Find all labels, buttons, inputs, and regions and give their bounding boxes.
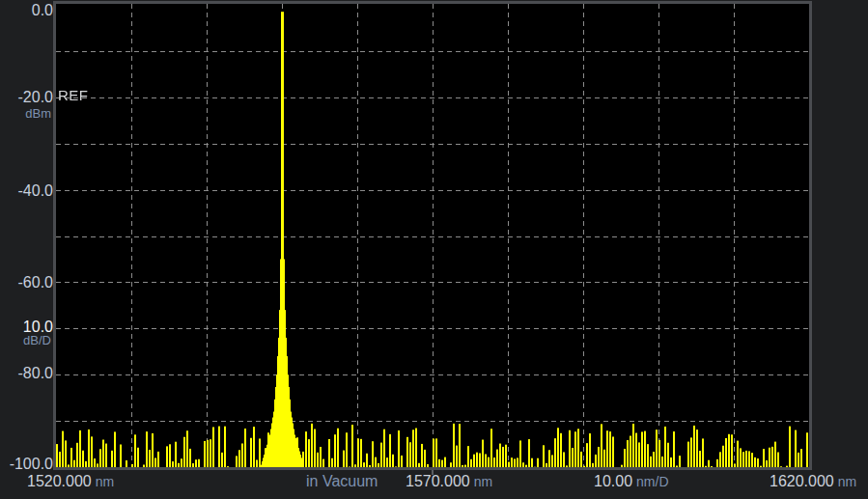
x-start-label: 1520.000nm bbox=[27, 473, 114, 490]
x-scale-unit: nm/D bbox=[636, 474, 668, 489]
x-scale-label: 10.00nm/D bbox=[594, 473, 669, 490]
osa-screen: REF 0.0 -20.0 dBm -40.0 -60.0 10.0 dB/D … bbox=[0, 0, 868, 499]
x-start-unit: nm bbox=[96, 474, 114, 489]
y-unit-dbm: dBm bbox=[0, 107, 53, 120]
x-center-value: 1570.000 bbox=[406, 473, 470, 489]
y-tick-40: -40.0 bbox=[0, 183, 53, 199]
x-stop-value: 1620.000 bbox=[770, 473, 834, 489]
y-tick-100: -100.0 bbox=[0, 457, 53, 472]
y-scale-unit: dB/D bbox=[0, 334, 53, 347]
x-medium-label: in Vacuum bbox=[306, 473, 378, 489]
x-scale-value: 10.00 bbox=[594, 473, 632, 489]
y-tick-80: -80.0 bbox=[0, 366, 53, 381]
spectrum-plot: REF bbox=[53, 1, 812, 470]
x-stop-unit: nm bbox=[838, 474, 856, 489]
x-stop-label: 1620.000nm bbox=[770, 473, 856, 490]
y-tick-20-ref: -20.0 bbox=[0, 90, 53, 105]
y-tick-0: 0.0 bbox=[0, 3, 53, 18]
y-tick-60: -60.0 bbox=[0, 275, 53, 291]
ref-level-marker: REF bbox=[58, 88, 89, 103]
x-center-label: 1570.000nm bbox=[406, 473, 492, 490]
x-start-value: 1520.000 bbox=[27, 473, 92, 489]
x-center-unit: nm bbox=[474, 474, 492, 489]
spectrum-canvas bbox=[56, 4, 809, 467]
